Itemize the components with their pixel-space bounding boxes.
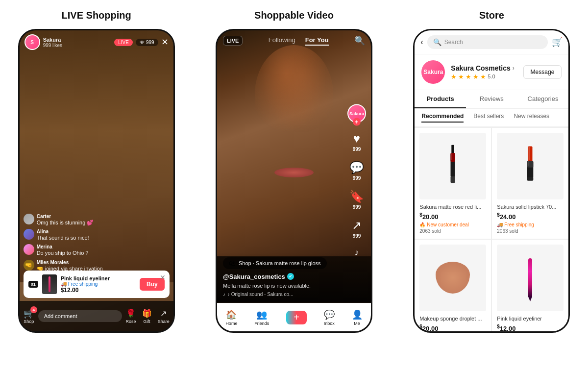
store-main-tabs: Products Reviews Categories	[415, 90, 568, 109]
bookmark-button[interactable]: 🔖 999	[349, 190, 364, 210]
video-nav-tabs: Following For You	[243, 36, 354, 46]
live-shopping-phone: S Sakura 999 likes LIVE 👁 999 ✕	[18, 29, 175, 333]
video-right-actions: Sakura + ♥ 999 💬 999 🔖 999	[347, 104, 366, 258]
star-icon: ★	[451, 73, 457, 80]
chevron-right-icon: ›	[513, 65, 514, 72]
eyeliner-graphic	[528, 256, 532, 300]
product-image	[497, 133, 564, 199]
product-item[interactable]: Pink liquid eyeliner $12.00	[492, 240, 568, 331]
inbox-icon: 💬	[324, 309, 335, 320]
shoppable-video-phone: LIVE Following For You 🔍 Sakura + ♥	[216, 29, 372, 333]
note-icon: ♪	[223, 292, 225, 297]
subtab-best-sellers[interactable]: Best sellers	[473, 113, 504, 123]
product-thumbnail	[42, 274, 57, 294]
close-live-button[interactable]: ✕	[161, 37, 169, 48]
shoppable-video-title: Shoppable Video	[254, 10, 334, 21]
products-grid: Sakura matte rose red li... $20.00 🔥New …	[415, 127, 568, 331]
store-title: Store	[479, 10, 504, 21]
shop-button[interactable]: 🛒 4 Shop	[24, 308, 34, 324]
svg-rect-6	[529, 147, 530, 160]
cart-badge: 4	[30, 306, 37, 313]
product-item[interactable]: Sakura matte rose red li... $20.00 🔥New …	[415, 128, 491, 239]
search-box[interactable]: 🔍 Search	[427, 35, 548, 49]
sound-label: ♪ ♪ Original sound - Sakura co...	[223, 292, 365, 297]
product-item[interactable]: Makeup sponge droplet ... $20.00	[415, 240, 491, 331]
chat-text: Omg this is stunning 💕	[37, 219, 94, 226]
heart-icon: ♥	[353, 132, 360, 146]
product-name: Makeup sponge droplet ...	[419, 315, 486, 322]
share-label: Share	[158, 319, 170, 324]
friends-nav-item[interactable]: 👥 Friends	[254, 309, 269, 326]
svg-rect-4	[451, 176, 455, 183]
star-icon: ★	[458, 73, 464, 80]
creator-avatar[interactable]: Sakura +	[347, 104, 366, 123]
brand-stars: ★ ★ ★ ★ ★ 5.0	[451, 73, 517, 80]
chat-username: Merina	[37, 244, 89, 249]
store-column: Store ‹ 🔍 Search 🛒 Sakura	[400, 10, 583, 333]
product-price: $12.00	[61, 287, 140, 294]
live-streamer-avatar: S	[24, 34, 40, 50]
tab-products[interactable]: Products	[415, 90, 466, 108]
search-icon[interactable]: 🔍	[354, 35, 365, 46]
video-top-bar: LIVE Following For You 🔍	[217, 30, 371, 51]
live-indicator: LIVE	[223, 36, 243, 46]
brand-info: Sakura Cosmetics › ★ ★ ★ ★ ★ 5.0	[451, 64, 517, 80]
like-button[interactable]: ♥ 999	[353, 132, 361, 152]
chat-message: Alina That sound is so nice!	[24, 229, 170, 241]
eyeliner-body	[528, 258, 532, 297]
search-placeholder: Search	[444, 39, 463, 46]
truck-icon: 🚚	[61, 281, 67, 287]
product-image	[497, 245, 564, 311]
subtab-new-releases[interactable]: New releases	[514, 113, 549, 123]
eye-icon: 👁	[140, 40, 145, 45]
shop-icon: 🛒 4	[24, 308, 34, 319]
live-badge: LIVE	[114, 39, 133, 46]
share-button[interactable]: ↗ 999	[352, 219, 362, 239]
share-button[interactable]: ↗ Share	[158, 309, 170, 324]
close-product-button[interactable]: ✕	[160, 273, 166, 281]
for-you-tab[interactable]: For You	[305, 36, 329, 46]
sold-count: 2063 sold	[497, 228, 564, 234]
like-count: 999	[353, 147, 361, 152]
live-product-card: ✕ 01 Pink liquid eyeliner 🚚 Free shippin…	[24, 271, 170, 298]
product-item[interactable]: Sakura solid lipstick 70... $24.00 🚚Free…	[492, 128, 568, 239]
gift-button[interactable]: 🎁 Gift	[142, 309, 152, 324]
video-bottom-nav: 🏠 Home 👥 Friends + 💬 Inbox	[217, 303, 371, 331]
create-button[interactable]: +	[286, 311, 307, 324]
back-button[interactable]: ‹	[420, 38, 423, 47]
svg-rect-0	[452, 145, 454, 154]
product-price: $20.00	[419, 324, 486, 331]
product-name: Pink liquid eyeliner	[497, 315, 564, 322]
home-nav-item[interactable]: 🏠 Home	[225, 309, 237, 326]
comment-button[interactable]: 💬 999	[349, 161, 364, 181]
message-button[interactable]: Message	[523, 65, 562, 79]
chat-message: Merina Do you ship to Ohio ?	[24, 244, 170, 256]
me-nav-item[interactable]: 👤 Me	[352, 309, 363, 326]
rose-button[interactable]: 🌹 Rose	[126, 309, 136, 324]
lip-area	[274, 168, 314, 177]
follow-plus-icon: +	[353, 118, 361, 126]
cart-button[interactable]: 🛒	[552, 37, 563, 48]
comment-input[interactable]: Add comment	[38, 310, 122, 322]
live-chat: Carter Omg this is stunning 💕 Alina That…	[24, 214, 170, 275]
tab-reviews[interactable]: Reviews	[466, 90, 517, 108]
inbox-nav-item[interactable]: 💬 Inbox	[324, 309, 335, 326]
product-price: $24.00	[497, 212, 564, 221]
live-likes: 999 likes	[43, 43, 115, 48]
shop-product-tag[interactable]: 🛍 Shop · Sakura matte rose lip gloss	[223, 257, 327, 269]
product-name: Pink liquid eyeliner	[61, 275, 140, 281]
subtab-recommended[interactable]: Recommended	[421, 113, 464, 123]
live-shopping-column: LIVE Shopping S Sakura 999 likes LIVE 👁	[5, 10, 188, 333]
tab-categories[interactable]: Categories	[517, 90, 569, 108]
live-bottom-bar: 🛒 4 Shop Add comment 🌹 Rose 🎁 G	[20, 301, 173, 331]
shop-label: Shop	[24, 319, 34, 324]
share-count: 999	[353, 233, 361, 239]
chat-avatar: 🤜	[24, 260, 34, 271]
store-brand-section: Sakura Sakura Cosmetics › ★ ★ ★ ★ ★ 5.	[415, 54, 568, 90]
following-tab[interactable]: Following	[269, 36, 295, 46]
video-bottom-overlay: 🛍 Shop · Sakura matte rose lip gloss @Sa…	[217, 252, 371, 302]
product-price: $20.00	[419, 212, 486, 221]
chat-avatar	[24, 214, 34, 224]
rose-label: Rose	[126, 319, 136, 324]
gift-label: Gift	[144, 319, 150, 324]
